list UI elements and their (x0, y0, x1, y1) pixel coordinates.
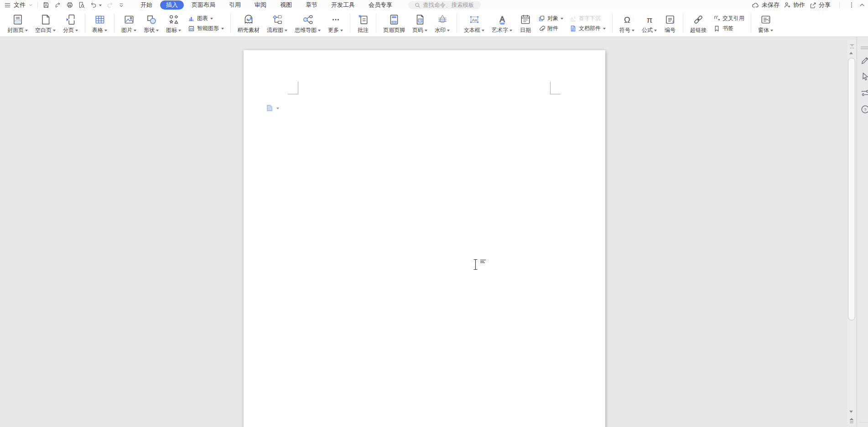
doc-part-blue-icon[interactable] (266, 104, 273, 112)
scroll-down-button[interactable] (849, 411, 853, 413)
icons-button[interactable]: 图标 (162, 10, 185, 36)
dropdown-caret (210, 18, 213, 20)
hash-glyph: # (672, 20, 674, 23)
cover-page-button[interactable]: 封面页 (4, 10, 31, 36)
titlebar-right: 未保存 协作 分享 (751, 1, 868, 9)
help-icon[interactable]: ? (860, 104, 868, 116)
shapes-button[interactable]: 形状 (140, 10, 162, 36)
textbox-button[interactable]: A 文本框 (460, 10, 488, 36)
watermark-button[interactable]: 水印 (431, 10, 453, 36)
undo-icon (90, 1, 97, 9)
blank-page-icon (40, 14, 52, 26)
share-button[interactable]: 分享 (809, 1, 831, 9)
customize-toolbar-icon[interactable] (118, 2, 125, 8)
page-break-button[interactable]: 分页 (59, 10, 82, 36)
symbol-button[interactable]: Ω 符号 (616, 10, 638, 36)
doc-parts-label: 文档部件 (579, 25, 601, 31)
attachment-label: 附件 (547, 25, 558, 31)
save-status[interactable]: 未保存 (751, 1, 780, 9)
chevron-down-icon[interactable] (28, 3, 33, 7)
object-button[interactable]: 对象 (538, 15, 563, 22)
margin-corner-mark-top-left (288, 82, 298, 94)
tab-view[interactable]: 视图 (274, 0, 298, 10)
omega-glyph: Ω (624, 15, 630, 25)
tab-page-layout[interactable]: 页面布局 (186, 0, 221, 10)
bookmark-icon (713, 25, 720, 32)
tab-review[interactable]: 审阅 (249, 0, 272, 10)
flowchart-button[interactable]: 流程图 (263, 10, 291, 36)
formula-button[interactable]: π 公式 (638, 10, 660, 36)
page-navigate-button[interactable] (849, 417, 854, 425)
undo-button[interactable] (90, 1, 102, 9)
hyperlink-label: 超链接 (690, 27, 707, 33)
more-menu-icon[interactable] (848, 2, 855, 8)
smartart-button[interactable]: 智能图形 (188, 25, 224, 32)
comment-button[interactable]: 批注 (353, 10, 373, 36)
mindmap-button[interactable]: 思维导图 (291, 10, 324, 36)
header-footer-button[interactable]: 页眉页脚 (379, 10, 409, 36)
chart-button[interactable]: 图表 (188, 15, 224, 22)
doc-part-dropdown-caret[interactable] (276, 108, 279, 109)
cross-reference-button[interactable]: 交叉引用 (713, 15, 744, 22)
tab-section[interactable]: 章节 (300, 0, 323, 10)
save-icon[interactable] (42, 1, 50, 9)
drop-cap-button: A 首字下沉 (570, 15, 606, 22)
hyperlink-button[interactable]: 超链接 (686, 10, 710, 36)
picture-button[interactable]: 图片 (118, 10, 140, 36)
dropdown-caret (509, 30, 512, 31)
mindmap-label: 思维导图 (295, 27, 317, 33)
collaborate-button[interactable]: 协作 (784, 1, 805, 9)
file-menu-button[interactable]: 文件 (14, 1, 26, 9)
search-box[interactable]: 查找命令、搜索模板 (408, 1, 481, 9)
export-pdf-icon[interactable] (54, 1, 62, 9)
settings-sliders-icon[interactable] (860, 88, 868, 100)
document-page[interactable] (244, 50, 605, 427)
collapse-ribbon-icon[interactable] (859, 2, 865, 8)
more-insert-button[interactable]: 更多 (324, 10, 347, 36)
ribbon-divider (683, 14, 683, 33)
date-button[interactable]: 日期 (516, 10, 535, 36)
tab-references[interactable]: 引用 (223, 0, 247, 10)
ruler-toggle-icon[interactable] (849, 42, 855, 51)
table-label: 表格 (92, 27, 103, 33)
undo-dropdown-caret[interactable] (99, 5, 102, 6)
print-icon[interactable] (66, 1, 73, 9)
select-cursor-icon[interactable] (860, 72, 868, 83)
docer-assets-label: 稻壳素材 (238, 27, 260, 33)
print-preview-icon[interactable] (78, 1, 85, 9)
document-canvas[interactable]: ? (0, 37, 868, 427)
more-insert-label: 更多 (328, 27, 339, 33)
wordart-button[interactable]: A 艺术字 (488, 10, 516, 36)
text-cursor (473, 259, 486, 270)
blank-page-button[interactable]: 空白页 (31, 10, 59, 36)
doc-parts-button[interactable]: 文档部件 (570, 25, 606, 32)
save-status-label: 未保存 (762, 1, 780, 9)
drop-cap-icon: A (570, 15, 577, 22)
edit-pencil-icon[interactable] (860, 55, 868, 67)
form-icon (760, 14, 772, 26)
table-button[interactable]: 表格 (88, 10, 111, 36)
margin-corner-mark-top-right (550, 82, 561, 94)
attachment-button[interactable]: 附件 (538, 25, 563, 32)
bookmark-button[interactable]: 书签 (713, 25, 744, 32)
ribbon-divider (751, 14, 751, 33)
tab-developer[interactable]: 开发工具 (325, 0, 361, 10)
docer-assets-icon (243, 14, 255, 26)
document-part-placeholder[interactable] (266, 104, 279, 112)
form-button[interactable]: 窗体 (754, 10, 777, 36)
vertical-scrollbar-thumb[interactable] (848, 58, 855, 320)
hamburger-menu-icon[interactable] (4, 2, 11, 9)
redo-icon[interactable] (106, 1, 114, 9)
icons-label: 图标 (166, 27, 177, 33)
tab-member[interactable]: 会员专享 (363, 0, 398, 10)
docer-assets-button[interactable]: 稻壳素材 (234, 10, 263, 36)
panel-drag-handle-icon[interactable] (860, 43, 868, 51)
page-number-button[interactable]: # 页码 (409, 10, 431, 36)
tab-insert[interactable]: 插入 (160, 0, 184, 10)
collaborate-icon (784, 1, 791, 9)
drop-cap-a-glyph: A (571, 16, 574, 21)
tab-home[interactable]: 开始 (135, 0, 158, 10)
numbering-button[interactable]: # 编号 (660, 10, 680, 36)
mindmap-icon (302, 14, 314, 26)
scroll-up-button[interactable] (849, 52, 853, 54)
